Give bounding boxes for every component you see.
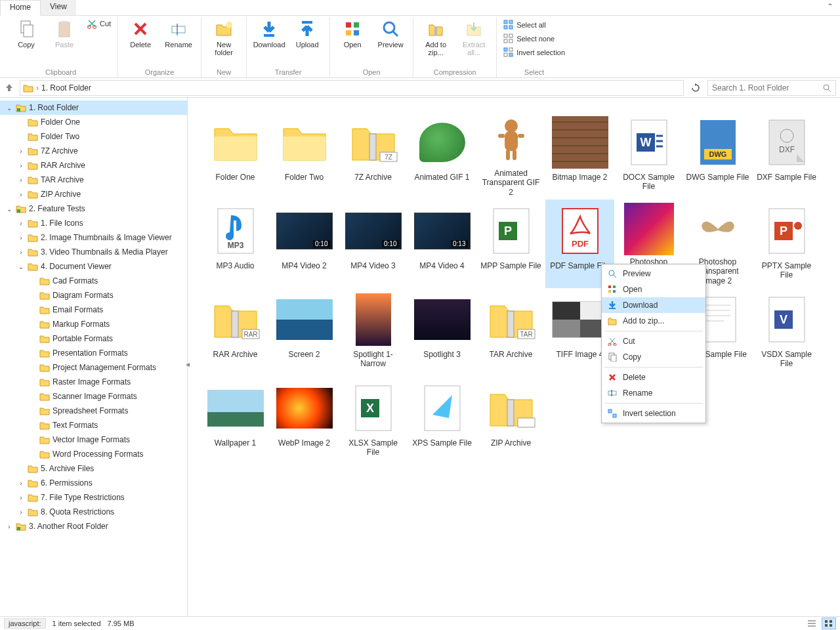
sidebar-item[interactable]: Cad Formats bbox=[0, 274, 187, 288]
search-input[interactable] bbox=[712, 83, 822, 93]
file-item[interactable]: PMPP Sample File bbox=[476, 200, 545, 288]
sidebar-item[interactable]: Scanner Image Formats bbox=[0, 389, 187, 404]
context-menu-item[interactable]: Download bbox=[602, 297, 705, 313]
download-button[interactable]: Download bbox=[251, 17, 287, 50]
file-item[interactable]: Bitmap Image 2 bbox=[545, 111, 614, 200]
sidebar-item[interactable]: Word Processing Formats bbox=[0, 447, 187, 461]
preview-button[interactable]: Preview bbox=[372, 17, 409, 50]
file-item[interactable]: Spotlight 3 bbox=[408, 288, 476, 377]
tab-home[interactable]: Home bbox=[0, 0, 41, 16]
context-menu-item[interactable]: Add to zip... bbox=[602, 313, 705, 329]
ribbon-collapse-icon[interactable]: ⌃ bbox=[820, 0, 840, 15]
sidebar-item[interactable]: Email Formats bbox=[0, 303, 187, 317]
delete-button[interactable]: Delete bbox=[122, 17, 159, 50]
file-item[interactable]: Animated Transparent GIF 2 bbox=[476, 111, 545, 200]
sidebar-item[interactable]: ⌄2. Feature Tests bbox=[0, 201, 187, 216]
file-item[interactable]: RARRAR Archive bbox=[201, 288, 270, 377]
sidebar-item[interactable]: Raster Image Formats bbox=[0, 375, 187, 389]
up-button[interactable] bbox=[4, 82, 16, 94]
context-menu-item[interactable]: Copy bbox=[602, 349, 705, 365]
expand-icon[interactable]: › bbox=[17, 148, 25, 155]
file-item[interactable]: PPPTX Sample File bbox=[752, 200, 821, 288]
rename-button[interactable]: Rename bbox=[160, 17, 197, 50]
sidebar-item[interactable]: ⌄1. Root Folder bbox=[0, 100, 187, 115]
file-item[interactable]: 0:13MP4 Video 4 bbox=[408, 200, 476, 288]
file-item[interactable]: WDOCX Sample File bbox=[614, 111, 683, 200]
file-item[interactable]: Folder Two bbox=[270, 111, 339, 200]
sidebar-item[interactable]: ›1. File Icons bbox=[0, 216, 187, 230]
file-item[interactable]: VVSDX Sample File bbox=[752, 288, 821, 377]
expand-icon[interactable]: › bbox=[17, 480, 25, 487]
file-item[interactable]: 7Z7Z Archive bbox=[339, 111, 408, 200]
select-none-button[interactable]: Select none bbox=[501, 32, 568, 45]
expand-icon[interactable]: › bbox=[17, 234, 25, 242]
sidebar-item[interactable]: ›3. Another Root Folder bbox=[0, 519, 187, 534]
extract-all-button[interactable]: Extract all... bbox=[455, 17, 492, 58]
sidebar-item[interactable]: Folder Two bbox=[0, 129, 187, 144]
sidebar-item[interactable]: Project Management Formats bbox=[0, 360, 187, 375]
expand-icon[interactable]: › bbox=[17, 220, 25, 227]
upload-button[interactable]: Upload bbox=[289, 17, 326, 50]
file-item[interactable]: Animated GIF 1 bbox=[408, 111, 476, 200]
sidebar-item[interactable]: ›2. Image Thumbnails & Image Viewer bbox=[0, 230, 187, 245]
select-all-button[interactable]: Select all bbox=[501, 18, 568, 32]
cut-button[interactable]: Cut bbox=[84, 17, 114, 30]
sidebar-item[interactable]: ⌄4. Document Viewer bbox=[0, 259, 187, 274]
expand-icon[interactable]: › bbox=[17, 191, 25, 198]
sidebar-item[interactable]: Portable Formats bbox=[0, 331, 187, 346]
context-menu-item[interactable]: Delete bbox=[602, 369, 705, 385]
context-menu-item[interactable]: Cut bbox=[602, 333, 705, 349]
view-icons-button[interactable] bbox=[822, 618, 836, 629]
file-item[interactable]: Spotlight 1-Narrow bbox=[339, 288, 408, 377]
sidebar-item[interactable]: 5. Archive Files bbox=[0, 461, 187, 476]
file-item[interactable]: WebP Image 2 bbox=[270, 377, 339, 465]
expand-icon[interactable]: › bbox=[17, 162, 25, 169]
invert-selection-button[interactable]: Invert selection bbox=[501, 46, 568, 59]
expand-icon[interactable]: ⌄ bbox=[5, 205, 13, 213]
file-item[interactable]: 0:10MP4 Video 3 bbox=[339, 200, 408, 288]
new-folder-button[interactable]: New folder bbox=[205, 17, 242, 58]
file-item[interactable]: XXLSX Sample File bbox=[339, 377, 408, 465]
sidebar-item[interactable]: Presentation Formats bbox=[0, 346, 187, 360]
file-item[interactable]: MP3MP3 Audio bbox=[201, 200, 270, 288]
sidebar-item[interactable]: ›RAR Archive bbox=[0, 158, 187, 173]
file-item[interactable]: 0:10MP4 Video 2 bbox=[270, 200, 339, 288]
expand-icon[interactable]: › bbox=[17, 509, 25, 516]
sidebar-item[interactable]: Markup Formats bbox=[0, 317, 187, 331]
sidebar-item[interactable]: Text Formats bbox=[0, 418, 187, 432]
sidebar-item[interactable]: ›3. Video Thumbnails & Media Player bbox=[0, 245, 187, 259]
context-menu-item[interactable]: Preview bbox=[602, 266, 705, 282]
file-item[interactable]: TARTAR Archive bbox=[476, 288, 545, 377]
file-item[interactable]: Folder One bbox=[201, 111, 270, 200]
expand-icon[interactable]: ⌄ bbox=[17, 263, 25, 270]
paste-button[interactable]: Paste bbox=[46, 17, 83, 50]
expand-icon[interactable]: ⌄ bbox=[5, 104, 13, 112]
expand-icon[interactable]: › bbox=[5, 523, 13, 530]
open-button[interactable]: Open bbox=[334, 17, 371, 50]
copy-button[interactable]: Copy bbox=[8, 17, 45, 50]
file-item[interactable]: ZIP Archive bbox=[476, 377, 545, 465]
expand-icon[interactable]: › bbox=[17, 494, 25, 501]
expand-icon[interactable]: › bbox=[17, 249, 25, 256]
breadcrumb[interactable]: › 1. Root Folder bbox=[20, 80, 684, 96]
sidebar-item[interactable]: ›7. File Type Restrictions bbox=[0, 490, 187, 505]
context-menu-item[interactable]: Rename bbox=[602, 385, 705, 401]
sidebar-item[interactable]: ›TAR Archive bbox=[0, 173, 187, 187]
add-to-zip-button[interactable]: Add to zip... bbox=[417, 17, 454, 58]
refresh-button[interactable] bbox=[688, 80, 704, 96]
file-item[interactable]: XPS Sample File bbox=[408, 377, 476, 465]
tab-view[interactable]: View bbox=[41, 0, 76, 15]
sidebar-item[interactable]: ›8. Quota Restrictions bbox=[0, 505, 187, 519]
breadcrumb-segment[interactable]: 1. Root Folder bbox=[41, 83, 91, 93]
sidebar-item[interactable]: Folder One bbox=[0, 115, 187, 129]
sidebar-item[interactable]: Spreadsheet Formats bbox=[0, 404, 187, 418]
file-item[interactable]: DWGDWG Sample File bbox=[683, 111, 752, 200]
expand-icon[interactable]: › bbox=[17, 177, 25, 184]
sidebar-item[interactable]: ›7Z Archive bbox=[0, 144, 187, 158]
file-item[interactable]: Screen 2 bbox=[270, 288, 339, 377]
file-item[interactable]: Wallpaper 1 bbox=[201, 377, 270, 465]
context-menu-item[interactable]: Invert selection bbox=[602, 406, 705, 421]
search-icon[interactable] bbox=[822, 83, 831, 93]
sidebar-item[interactable]: Diagram Formats bbox=[0, 288, 187, 303]
sidebar-item[interactable]: ›6. Permissions bbox=[0, 476, 187, 490]
